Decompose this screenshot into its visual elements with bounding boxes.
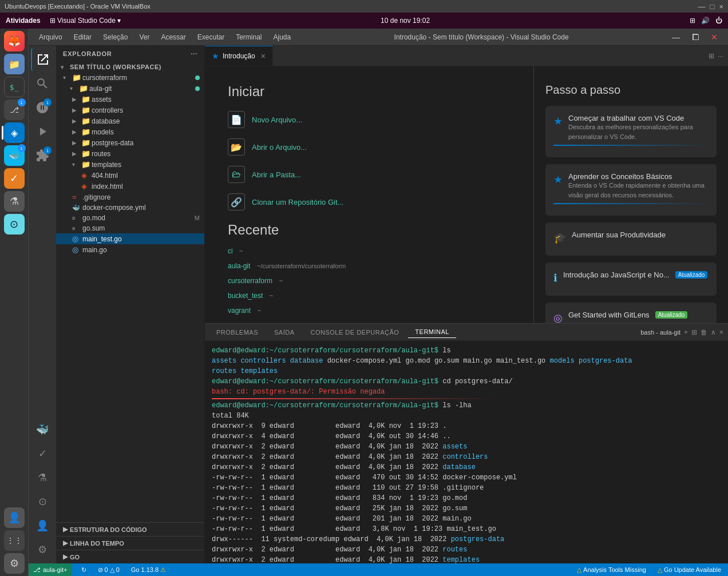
tree-postgres-data[interactable]: ▶ 📁 postgres-data (56, 137, 204, 148)
menu-ver[interactable]: Ver (134, 32, 154, 42)
more-actions-icon[interactable]: ··· (718, 52, 723, 60)
menu-executar[interactable]: Executar (193, 32, 229, 42)
tab-debug-console[interactable]: CONSOLE DE DEPURAÇÃO (303, 327, 406, 338)
code-structure-title[interactable]: ▶ ESTRUTURA DO CÓDIGO (56, 523, 204, 536)
vscode-menu-button[interactable]: ⊞ Visual Studio Code ▾ (50, 17, 121, 25)
timeline-title[interactable]: ▶ LINHA DO TEMPO (56, 537, 204, 550)
step-card-vscode[interactable]: ★ Começar a trabalhar com VS Code Descub… (545, 106, 717, 157)
sync-status[interactable]: ↻ (79, 566, 89, 574)
tree-routes[interactable]: ▶ 📁 routes (56, 148, 204, 159)
dock-person[interactable]: 👤 (4, 507, 25, 528)
add-terminal-button[interactable]: + (684, 328, 688, 336)
dock-terminal[interactable]: $_ (4, 77, 25, 97)
tree-go-sum[interactable]: ≡ go.sum (56, 223, 204, 233)
activities-button[interactable]: Atividades (6, 17, 41, 25)
git-branch-status[interactable]: ⎇ aula-git+ (29, 563, 72, 576)
dock-git[interactable]: ⎇ 1 (4, 100, 25, 120)
go-version-status[interactable]: Go 1.13.8 ⚠ (129, 566, 168, 574)
analysis-warning[interactable]: △ Analysis Tools Missing (575, 566, 648, 574)
menu-ajuda[interactable]: Ajuda (269, 32, 296, 42)
restore-button[interactable]: ⧠ (687, 31, 704, 43)
tree-main-go[interactable]: ◎ main.go (56, 244, 204, 255)
power-icon[interactable]: ⏻ (715, 17, 722, 25)
activity-run[interactable] (31, 120, 54, 143)
activity-settings[interactable]: ⚙ (31, 538, 54, 561)
menu-editar[interactable]: Editar (69, 32, 96, 42)
tree-gitignore[interactable]: = .gitignore (56, 192, 204, 202)
tree-go-mod[interactable]: ≡ go.mod M (56, 213, 204, 223)
minimize-button[interactable]: — (667, 31, 685, 43)
menu-arquivo[interactable]: Arquivo (34, 32, 67, 42)
dock-gear[interactable]: ⚙ (4, 553, 25, 574)
split-editor-icon[interactable]: ⊞ (709, 52, 714, 60)
new-file-item[interactable]: 📄 Novo Arquivo... (228, 111, 511, 128)
menu-selecao[interactable]: Seleção (98, 32, 132, 42)
tab-output[interactable]: SAÍDA (267, 327, 302, 338)
activity-checklist[interactable]: ✓ (31, 442, 54, 465)
tab-problems[interactable]: PROBLEMAS (209, 327, 265, 338)
go-title[interactable]: ▶ GO (56, 550, 204, 563)
dock-grid[interactable]: ⋮⋮ (4, 530, 25, 551)
network-icon[interactable]: ⊞ (690, 17, 695, 25)
dock-docker[interactable]: 🐳 1 (4, 145, 25, 166)
activity-extensions[interactable]: 1 (31, 144, 54, 167)
recent-aula-git[interactable]: aula-git ~/cursoterraform/cursoterraform (228, 262, 511, 270)
tree-cursoterraform[interactable]: ▾ 📁 cursoterraform (56, 72, 204, 83)
dock-files[interactable]: 📁 (4, 54, 25, 74)
tab-terminal[interactable]: TERMINAL (408, 326, 456, 338)
dock-checklist[interactable]: ✓ (4, 168, 25, 189)
tree-templates[interactable]: ▾ 📁 templates (56, 159, 204, 170)
tab-close-button[interactable]: × (261, 51, 266, 61)
close-panel-button[interactable]: × (719, 328, 723, 336)
tab-intro[interactable]: ★ Introdução × (205, 46, 273, 66)
tree-controllers[interactable]: ▶ 📁 controllers (56, 105, 204, 116)
split-terminal-button[interactable]: ⊞ (691, 328, 697, 336)
open-file-item[interactable]: 📂 Abrir o Arquivo... (228, 138, 511, 156)
activity-docker[interactable]: 🐳 (31, 418, 54, 441)
workspace-header[interactable]: ▾ SEM TÍTULO (WORKSPACE) (56, 62, 204, 72)
go-update-status[interactable]: △ Go Update Available (655, 566, 723, 574)
recent-vagrant[interactable]: vagrant ~ (228, 307, 511, 315)
tree-index-html[interactable]: ◈ index.html (56, 181, 204, 192)
dock-atom[interactable]: ⊙ (4, 214, 25, 235)
window-controls[interactable]: — ⧠ ✕ (667, 31, 722, 43)
volume-icon[interactable]: 🔊 (701, 17, 710, 25)
expand-panel-button[interactable]: ∧ (711, 328, 716, 336)
recent-bucket-test[interactable]: bucket_test ~ (228, 292, 511, 300)
vm-minimize[interactable]: — (698, 2, 706, 11)
clone-repo-item[interactable]: 🔗 Clonar um Repositório Git... (228, 193, 511, 210)
vm-close[interactable]: × (719, 2, 723, 11)
explorer-more[interactable]: ··· (191, 50, 197, 57)
step-card-basics[interactable]: ★ Aprender os Conceitos Básicos Entenda … (545, 164, 717, 216)
tree-aula-git[interactable]: ▾ 📁 aula-git (56, 83, 204, 94)
activity-explorer[interactable] (31, 48, 54, 71)
tree-database[interactable]: ▶ 📁 database (56, 116, 204, 126)
recent-cursoterraform[interactable]: cursoterraform ~ (228, 277, 511, 285)
terminal-content[interactable]: edward@edward:~/cursoterraform/cursoterr… (205, 341, 728, 563)
tree-docker-compose[interactable]: 🐳 docker-compose.yml (56, 202, 204, 213)
step-card-js[interactable]: ℹ Introdução ao JavaScript e No... Atual… (545, 263, 717, 296)
tree-assets[interactable]: ▶ 📁 assets (56, 94, 204, 105)
dock-firefox[interactable]: 🦊 (4, 31, 25, 51)
menu-acessar[interactable]: Acessar (156, 32, 190, 42)
activity-gitlens[interactable]: ⊙ (31, 490, 54, 513)
activity-account[interactable]: 👤 (31, 514, 54, 537)
close-button[interactable]: ✕ (706, 31, 722, 43)
step-card-productivity[interactable]: 🎓 Aumentar sua Produtividade (545, 223, 717, 256)
step-card-gitlens[interactable]: ◎ Get Started with GitLens Atualizado (545, 303, 717, 323)
tree-models[interactable]: ▶ 📁 models (56, 126, 204, 137)
menu-terminal[interactable]: Terminal (231, 32, 266, 42)
dock-beaker[interactable]: ⚗ (4, 191, 25, 212)
vm-maximize[interactable]: □ (710, 2, 715, 11)
activity-search[interactable] (31, 72, 54, 95)
tree-main-test-go[interactable]: ◎ main_test.go (56, 233, 204, 244)
dock-vscode[interactable]: ◈ (4, 122, 25, 143)
vm-window-controls[interactable]: — □ × (698, 2, 723, 11)
recent-ci[interactable]: ci ~ (228, 247, 511, 255)
delete-terminal-button[interactable]: 🗑 (701, 328, 707, 336)
activity-source-control[interactable]: 1 (31, 96, 54, 119)
open-folder-item[interactable]: 🗁 Abrir a Pasta... (228, 166, 511, 183)
tree-404-html[interactable]: ◈ 404.html (56, 170, 204, 181)
activity-beaker[interactable]: ⚗ (31, 466, 54, 489)
errors-status[interactable]: ⊘ 0 △ 0 (96, 566, 122, 574)
